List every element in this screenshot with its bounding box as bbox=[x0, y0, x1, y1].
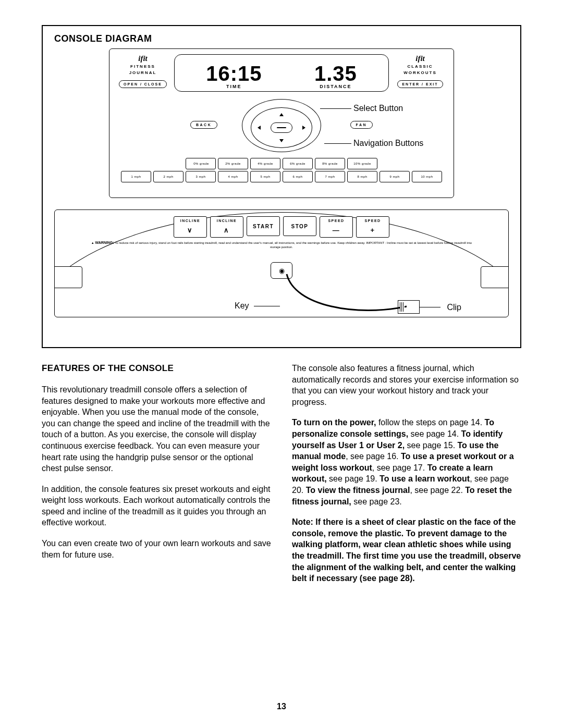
grade-button[interactable]: 10% grade bbox=[347, 158, 377, 169]
select-button[interactable] bbox=[271, 122, 292, 133]
control-row: INCLINE∨ INCLINE∧ START STOP SPEED— SPEE… bbox=[55, 210, 508, 238]
right-column: The console also features a fitness jour… bbox=[292, 363, 521, 594]
classic-workouts-label-2: WORKOUTS bbox=[394, 70, 446, 76]
classic-workouts-label-1: CLASSIC bbox=[394, 64, 446, 69]
callout-line bbox=[324, 143, 351, 144]
speed-button[interactable]: 2 mph bbox=[153, 171, 183, 182]
start-button[interactable]: START bbox=[247, 216, 280, 236]
incline-up-button[interactable]: INCLINE∧ bbox=[210, 216, 243, 238]
speed-button[interactable]: 10 mph bbox=[412, 171, 442, 182]
enter-exit-button[interactable]: ENTER / EXIT bbox=[397, 80, 443, 88]
speed-button[interactable]: 8 mph bbox=[347, 171, 377, 182]
speed-button[interactable]: 4 mph bbox=[218, 171, 248, 182]
fan-button[interactable]: FAN bbox=[350, 121, 373, 129]
grade-preset-row: 0% grade 2% grade 4% grade 6% grade 8% g… bbox=[117, 158, 446, 169]
lcd-display: 16:15 TIME 1.35 DISTANCE bbox=[174, 54, 389, 92]
speed-preset-row: 1 mph 2 mph 3 mph 4 mph 5 mph 6 mph 7 mp… bbox=[117, 171, 446, 182]
paragraph: The console also features a fitness jour… bbox=[292, 363, 521, 408]
speed-button[interactable]: 7 mph bbox=[315, 171, 345, 182]
console-diagram-frame: CONSOLE DIAGRAM ifit FITNESS JOURNAL OPE… bbox=[42, 25, 521, 348]
fitness-journal-label-1: FITNESS bbox=[117, 64, 169, 69]
distance-value: 1.35 bbox=[314, 63, 357, 84]
manual-page: CONSOLE DIAGRAM ifit FITNESS JOURNAL OPE… bbox=[0, 0, 563, 728]
stop-button[interactable]: STOP bbox=[283, 216, 316, 236]
speed-button[interactable]: 6 mph bbox=[283, 171, 313, 182]
grade-button[interactable]: 8% grade bbox=[315, 158, 345, 169]
grade-button[interactable]: 4% grade bbox=[250, 158, 280, 169]
nav-ring-inner bbox=[251, 107, 312, 148]
clip-callout-label: Clip bbox=[447, 303, 461, 312]
time-value: 16:15 bbox=[206, 63, 262, 84]
nav-left-button[interactable] bbox=[258, 126, 261, 130]
paragraph: You can even create two of your own lear… bbox=[42, 538, 271, 560]
left-grip-box bbox=[54, 266, 82, 288]
ifit-logo-left: ifit bbox=[117, 54, 169, 63]
distance-label: DISTANCE bbox=[314, 84, 357, 89]
page-number: 13 bbox=[0, 702, 563, 711]
open-close-button[interactable]: OPEN / CLOSE bbox=[119, 80, 167, 88]
safety-clip[interactable] bbox=[398, 300, 420, 314]
classic-workouts-panel: ifit CLASSIC WORKOUTS ENTER / EXIT bbox=[394, 54, 446, 92]
nav-up-button[interactable] bbox=[279, 113, 284, 116]
time-label: TIME bbox=[206, 84, 262, 89]
grade-button[interactable]: 6% grade bbox=[283, 158, 313, 169]
grade-button[interactable]: 2% grade bbox=[218, 158, 248, 169]
right-grip-box bbox=[481, 266, 509, 288]
speed-button[interactable]: 9 mph bbox=[380, 171, 410, 182]
instructions-paragraph: To turn on the power, follow the steps o… bbox=[292, 417, 521, 507]
speed-button[interactable]: 1 mph bbox=[121, 171, 151, 182]
speed-button[interactable]: 3 mph bbox=[186, 171, 216, 182]
paragraph: In addition, the console features six pr… bbox=[42, 484, 271, 528]
grade-button[interactable]: 0% grade bbox=[186, 158, 216, 169]
warning-text: ▲ WARNING: To reduce risk of serious inj… bbox=[55, 241, 508, 249]
speed-down-button[interactable]: SPEED— bbox=[320, 216, 353, 238]
ifit-logo-right: ifit bbox=[394, 54, 446, 63]
console-upper-panel: ifit FITNESS JOURNAL OPEN / CLOSE 16:15 … bbox=[109, 48, 454, 198]
select-button-callout: Select Button bbox=[353, 104, 403, 113]
callout-line bbox=[254, 306, 280, 306]
console-lower-panel: INCLINE∨ INCLINE∧ START STOP SPEED— SPEE… bbox=[54, 209, 509, 317]
incline-down-button[interactable]: INCLINE∨ bbox=[174, 216, 207, 238]
nav-right-button[interactable] bbox=[302, 126, 305, 130]
fitness-journal-label-2: JOURNAL bbox=[117, 70, 169, 76]
back-button[interactable]: BACK bbox=[190, 121, 217, 129]
nav-down-button[interactable] bbox=[279, 139, 284, 142]
speed-button[interactable]: 5 mph bbox=[250, 171, 280, 182]
key-callout-label: Key bbox=[235, 301, 249, 311]
diagram-title: CONSOLE DIAGRAM bbox=[54, 33, 511, 44]
left-column: FEATURES OF THE CONSOLE This revolutiona… bbox=[42, 363, 271, 594]
body-columns: FEATURES OF THE CONSOLE This revolutiona… bbox=[42, 363, 521, 594]
features-heading: FEATURES OF THE CONSOLE bbox=[42, 363, 271, 375]
nav-buttons-callout: Navigation Buttons bbox=[353, 139, 423, 148]
speed-up-button[interactable]: SPEED+ bbox=[356, 216, 389, 238]
paragraph: This revolutionary treadmill console off… bbox=[42, 384, 271, 474]
fitness-journal-panel: ifit FITNESS JOURNAL OPEN / CLOSE bbox=[117, 54, 169, 92]
callout-line bbox=[320, 108, 351, 109]
navigation-cluster: BACK FAN Select Button Navigation Button… bbox=[109, 99, 454, 156]
note-paragraph: Note: If there is a sheet of clear plast… bbox=[292, 516, 521, 584]
